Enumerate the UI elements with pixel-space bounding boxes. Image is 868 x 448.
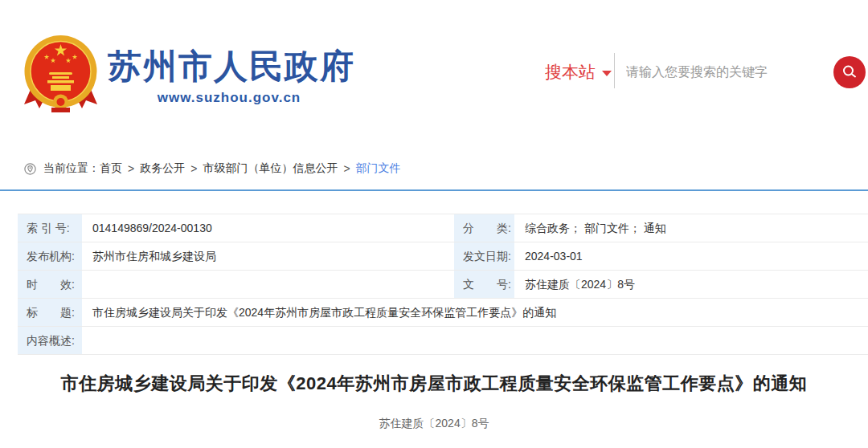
search-scope-dropdown[interactable]: 搜本站 bbox=[545, 61, 612, 83]
category-label: 分 类: bbox=[454, 214, 514, 242]
article-doc-number: 苏住建质〔2024〕8号 bbox=[0, 417, 868, 431]
issue-date-value: 2024-03-01 bbox=[514, 242, 868, 271]
national-emblem-icon bbox=[23, 34, 99, 116]
validity-label: 时 效: bbox=[18, 271, 82, 299]
title-value: 市住房城乡建设局关于印发《2024年苏州市房屋市政工程质量安全环保监管工作要点》… bbox=[82, 299, 868, 327]
validity-value bbox=[82, 271, 454, 299]
breadcrumb-separator: > bbox=[190, 162, 197, 175]
location-pin-icon bbox=[24, 163, 36, 175]
breadcrumb-item-dept-disclosure[interactable]: 市级部门（单位）信息公开 bbox=[203, 161, 338, 176]
summary-value bbox=[82, 327, 868, 355]
index-number-label: 索 引 号: bbox=[18, 214, 82, 242]
search-divider bbox=[614, 53, 615, 88]
search-button[interactable] bbox=[833, 56, 866, 88]
section-divider-line bbox=[0, 189, 868, 191]
issuing-agency-label: 发布机构: bbox=[18, 242, 82, 271]
caret-down-icon bbox=[602, 71, 612, 76]
doc-number-value: 苏住建质〔2024〕8号 bbox=[514, 271, 868, 299]
search-scope-label: 搜本站 bbox=[545, 61, 596, 83]
site-title: 苏州市人民政府 bbox=[108, 44, 350, 89]
breadcrumb-separator: > bbox=[343, 162, 350, 175]
issue-date-label: 发文日期: bbox=[454, 242, 514, 271]
national-emblem-logo[interactable] bbox=[23, 34, 99, 116]
page: 苏州市人民政府 www.suzhou.gov.cn 搜本站 当前位置： 首页 >… bbox=[0, 0, 868, 448]
site-url: www.suzhou.gov.cn bbox=[108, 90, 350, 106]
breadcrumb-item-dept-documents[interactable]: 部门文件 bbox=[356, 161, 401, 176]
breadcrumb-separator: > bbox=[128, 162, 134, 175]
index-number-value: 014149869/2024-00130 bbox=[82, 214, 454, 242]
title-label: 标 题: bbox=[18, 299, 82, 327]
doc-number-label: 文 号: bbox=[454, 271, 514, 299]
breadcrumb: 当前位置： 首页 > 政务公开 > 市级部门（单位）信息公开 > 部门文件 bbox=[24, 161, 401, 176]
category-value: 综合政务； 部门文件； 通知 bbox=[514, 214, 868, 242]
search-magnifier-icon bbox=[841, 63, 858, 81]
breadcrumb-item-home[interactable]: 首页 bbox=[100, 161, 122, 176]
doc-info-table: 索 引 号: 014149869/2024-00130 分 类: 综合政务； 部… bbox=[18, 214, 868, 355]
issuing-agency-value: 苏州市住房和城乡建设局 bbox=[82, 242, 454, 271]
breadcrumb-item-gov-affairs[interactable]: 政务公开 bbox=[140, 161, 185, 176]
search-input[interactable] bbox=[626, 59, 827, 85]
summary-label: 内容概述: bbox=[18, 327, 82, 355]
article-title: 市住房城乡建设局关于印发《2024年苏州市房屋市政工程质量安全环保监管工作要点》… bbox=[0, 372, 868, 396]
breadcrumb-label: 当前位置： bbox=[43, 161, 100, 176]
